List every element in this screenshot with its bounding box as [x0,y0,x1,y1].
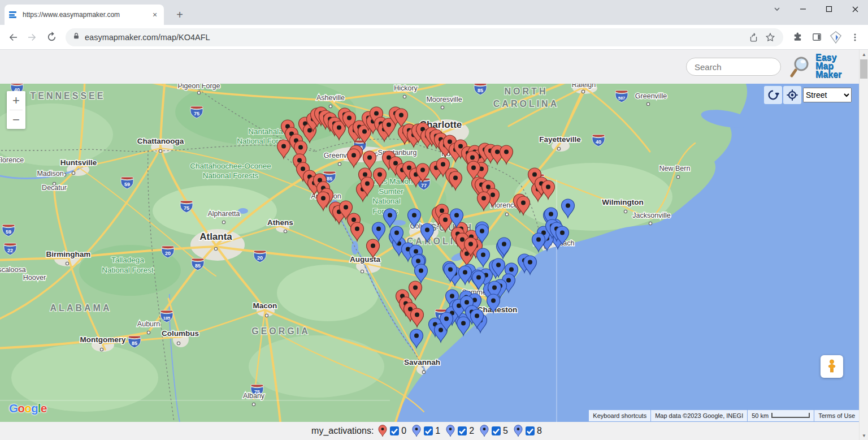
tab-title: https://www.easymapmaker.com [23,11,150,19]
svg-text:85: 85 [195,263,201,269]
scroll-up-arrow[interactable]: ▲ [860,50,868,59]
svg-text:77: 77 [421,183,427,188]
close-window-button[interactable] [842,0,868,18]
keyboard-shortcuts-button[interactable]: Keyboard shortcuts [589,410,650,421]
browser-toolbar: easymapmaker.com/map/KO4AFL [0,25,868,50]
city-label: Huntsville [60,158,97,167]
search-input[interactable] [686,58,781,76]
forest-label: Chattahoochee-Oconee [190,162,271,170]
side-panel-icon[interactable] [807,28,826,47]
map-type-select[interactable]: Street [803,88,852,102]
legend-pin-blue [480,425,489,437]
svg-text:587: 587 [618,96,626,101]
forward-icon[interactable] [23,28,42,47]
svg-text:59: 59 [124,182,130,187]
easymapmaker-logo[interactable]: Easy Map Maker [815,53,841,79]
minimize-button[interactable] [790,0,816,18]
state-label: ALABAMA [50,303,112,313]
svg-text:75: 75 [194,111,199,117]
zoom-in-button[interactable]: + [7,91,25,110]
svg-text:59: 59 [6,229,11,235]
lock-icon[interactable] [72,32,80,42]
menu-dots-icon[interactable] [845,28,865,47]
legend-label-5: 5 [503,426,508,436]
logo-line-2: Map [815,62,841,70]
legend-item-0: 0 [378,425,406,437]
google-logo-letter: G [9,402,18,415]
scrollbar-thumb[interactable] [860,59,867,79]
city-label: Hoover [23,274,46,282]
city-label: Atlanta [199,231,232,242]
share-icon[interactable] [745,29,762,46]
forest-label: National Forest [102,266,154,274]
legend-pin-red [378,425,387,437]
legend-title: my_activations: [311,426,374,436]
legend-checkbox-5[interactable] [492,426,501,435]
svg-text:20: 20 [165,251,171,256]
zoom-out-button[interactable]: − [7,110,25,129]
locate-button[interactable] [783,86,801,104]
city-label: Auburn [137,320,160,328]
google-logo-letter: o [18,402,24,415]
state-label: CAROLINA [493,99,559,109]
legend-checkbox-8[interactable] [526,426,535,435]
search-magnifier-icon[interactable] [789,55,811,78]
city-label: Jacksonville [632,212,670,219]
state-label: GEORGIA [251,326,310,336]
pegman-button[interactable] [821,355,843,378]
logo-line-3: Maker [815,70,841,79]
forest-label: National Forests [203,171,259,180]
scale-text: 50 km [752,412,769,419]
city-label: Savannah [404,358,440,366]
city-label: Pigeon Forge [177,84,220,90]
browser-tab[interactable]: https://www.easymapmaker.com × [5,5,164,25]
city-label: Athens [267,218,293,227]
city-label: Wilmington [602,198,643,206]
city-label: Raleigh [572,84,596,89]
forest-label: Sumter [379,187,403,196]
legend-item-2: 2 [446,425,474,437]
reload-icon[interactable] [42,28,61,47]
profile-avatar[interactable] [826,28,845,47]
city-label: Tuscaloosa [0,266,26,274]
new-tab-button[interactable]: + [172,7,188,23]
svg-text:40: 40 [596,139,601,145]
refresh-markers-button[interactable] [764,86,782,104]
legend-checkbox-2[interactable] [458,426,467,435]
legend-checkbox-1[interactable] [424,426,433,435]
map-scale: 50 km [748,410,814,421]
logo-line-1: Easy [815,53,841,62]
address-bar[interactable]: easymapmaker.com/map/KO4AFL [66,28,783,46]
bookmark-star-icon[interactable] [762,29,779,46]
page-scrollbar[interactable]: ▲ ▼ [859,50,868,440]
svg-text:85: 85 [327,176,332,182]
city-label: Columbus [162,329,199,338]
window-controls [764,0,868,18]
map-attribution: Keyboard shortcuts Map data ©2023 Google… [588,410,859,421]
google-logo[interactable]: Google [9,402,46,415]
state-label: NORTH [505,87,548,96]
legend-pin-blue [446,425,455,437]
tab-search-chevron-icon[interactable] [764,0,790,18]
svg-text:22: 22 [7,248,13,253]
legend-item-1: 1 [412,425,440,437]
back-icon[interactable] [3,28,23,47]
scroll-down-arrow[interactable]: ▼ [860,431,868,440]
google-logo-letter: e [41,402,47,415]
legend-checkbox-0[interactable] [390,426,399,435]
map-canvas[interactable]: 4075852685595922207520851858575779526587… [0,84,859,422]
city-label: Hickory [394,84,418,92]
url-text[interactable]: easymapmaker.com/map/KO4AFL [85,33,745,42]
city-label: Florence [0,156,24,164]
terms-of-use-link[interactable]: Terms of Use [814,410,859,421]
map-type-select-wrap: Street [803,88,852,102]
city-label: Fayetteville [539,135,581,144]
city-label: Mooresville [426,96,462,103]
maximize-button[interactable] [816,0,842,18]
legend-label-2: 2 [469,426,474,436]
extensions-puzzle-icon[interactable] [788,28,807,47]
forest-label: Nantahala [248,127,283,136]
tab-close-icon[interactable]: × [150,10,159,19]
page-header: Easy Map Maker [0,50,859,84]
google-logo-letter: g [31,402,38,415]
